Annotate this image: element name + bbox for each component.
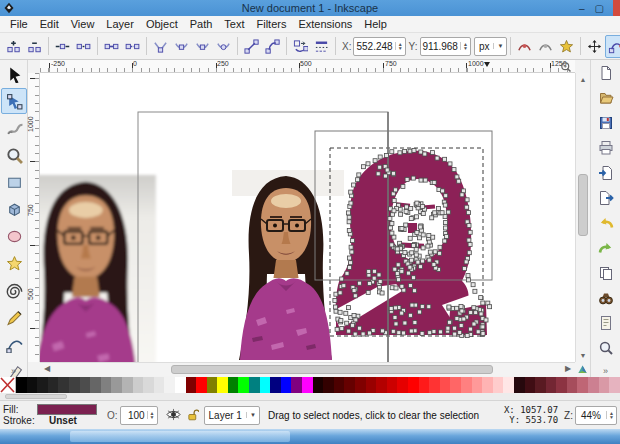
swatch-38[interactable] bbox=[408, 377, 419, 393]
duplicate-button[interactable] bbox=[593, 261, 619, 285]
horizontal-ruler[interactable]: -250025050075010001250 bbox=[40, 60, 575, 73]
stroke-value[interactable]: Unset bbox=[49, 415, 77, 426]
x-coord-input[interactable]: 552.248▲▼ bbox=[353, 37, 405, 56]
horizontal-scrollbar[interactable]: ◀ ▶ bbox=[40, 362, 575, 376]
vertical-ruler[interactable]: 1000750500 bbox=[28, 73, 40, 362]
swatch-47[interactable] bbox=[503, 377, 514, 393]
swatch-45[interactable] bbox=[482, 377, 493, 393]
box3d-tool[interactable] bbox=[1, 196, 27, 222]
swatch-14[interactable] bbox=[154, 377, 165, 393]
swatch-37[interactable] bbox=[397, 377, 408, 393]
join-with-segment-button[interactable] bbox=[101, 35, 122, 58]
insert-node-button[interactable] bbox=[3, 35, 24, 58]
maximize-button[interactable]: ▢ bbox=[595, 3, 604, 14]
swatch-13[interactable] bbox=[143, 377, 154, 393]
star-tool[interactable] bbox=[1, 250, 27, 276]
export-bitmap-button[interactable] bbox=[593, 186, 619, 210]
swatch-35[interactable] bbox=[376, 377, 387, 393]
swatch-57[interactable] bbox=[609, 377, 620, 393]
swatch-46[interactable] bbox=[493, 377, 504, 393]
delete-segment-button[interactable] bbox=[122, 35, 143, 58]
swatch-39[interactable] bbox=[419, 377, 430, 393]
scroll-up-icon[interactable]: ▲ bbox=[576, 73, 590, 86]
swatch-1[interactable] bbox=[16, 377, 27, 393]
rectangle-tool[interactable] bbox=[1, 169, 27, 195]
swatch-6[interactable] bbox=[69, 377, 80, 393]
bezier-tool[interactable] bbox=[1, 331, 27, 357]
next-path-effect-button[interactable] bbox=[556, 35, 577, 58]
swatch-8[interactable] bbox=[90, 377, 101, 393]
swatch-19[interactable] bbox=[207, 377, 218, 393]
swatch-30[interactable] bbox=[323, 377, 334, 393]
object-to-path-button[interactable] bbox=[290, 35, 311, 58]
print-document-button[interactable] bbox=[593, 136, 619, 160]
swatch-5[interactable] bbox=[58, 377, 69, 393]
swatch-18[interactable] bbox=[196, 377, 207, 393]
swatch-20[interactable] bbox=[217, 377, 228, 393]
save-document-button[interactable] bbox=[593, 111, 619, 135]
menu-edit[interactable]: Edit bbox=[34, 17, 65, 31]
swatch-31[interactable] bbox=[334, 377, 345, 393]
new-document-button[interactable] bbox=[593, 61, 619, 85]
color-management-icon[interactable] bbox=[575, 362, 589, 376]
swatch-36[interactable] bbox=[387, 377, 398, 393]
curve-segment-button[interactable] bbox=[262, 35, 283, 58]
command-bar-overflow-button[interactable]: » bbox=[591, 366, 620, 376]
join-nodes-button[interactable] bbox=[52, 35, 73, 58]
swatch-24[interactable] bbox=[260, 377, 271, 393]
fill-swatch[interactable] bbox=[37, 404, 97, 415]
swatch-21[interactable] bbox=[228, 377, 239, 393]
palette-scroll-thumb[interactable] bbox=[5, 394, 67, 399]
auto-smooth-node-button[interactable] bbox=[213, 35, 234, 58]
vertical-scrollbar[interactable]: ▲ ▼ bbox=[575, 73, 589, 362]
corner-node-button[interactable] bbox=[150, 35, 171, 58]
show-bezier-handles-button[interactable] bbox=[605, 35, 620, 58]
swatch-9[interactable] bbox=[101, 377, 112, 393]
swatch-15[interactable] bbox=[164, 377, 175, 393]
swatch-41[interactable] bbox=[440, 377, 451, 393]
menu-filters[interactable]: Filters bbox=[251, 17, 293, 31]
y-coord-input[interactable]: 911.968▲▼ bbox=[420, 37, 471, 56]
swatch-28[interactable] bbox=[302, 377, 313, 393]
opacity-input[interactable]: 100▲▼ bbox=[120, 406, 158, 425]
swatch-16[interactable] bbox=[175, 377, 186, 393]
import-bitmap-button[interactable] bbox=[593, 161, 619, 185]
swatch-25[interactable] bbox=[270, 377, 281, 393]
swatch-32[interactable] bbox=[344, 377, 355, 393]
redo-button[interactable] bbox=[593, 236, 619, 260]
menu-extensions[interactable]: Extensions bbox=[292, 17, 358, 31]
swatch-17[interactable] bbox=[186, 377, 197, 393]
menu-text[interactable]: Text bbox=[218, 17, 250, 31]
swatch-27[interactable] bbox=[291, 377, 302, 393]
ellipse-tool[interactable] bbox=[1, 223, 27, 249]
swatch-26[interactable] bbox=[281, 377, 292, 393]
swatch-40[interactable] bbox=[429, 377, 440, 393]
minimize-button[interactable]: – bbox=[579, 3, 585, 14]
swatch-33[interactable] bbox=[355, 377, 366, 393]
swatch-7[interactable] bbox=[80, 377, 91, 393]
swatch-2[interactable] bbox=[27, 377, 38, 393]
menu-object[interactable]: Object bbox=[140, 17, 184, 31]
menu-file[interactable]: File bbox=[4, 17, 34, 31]
swatch-22[interactable] bbox=[238, 377, 249, 393]
swatch-48[interactable] bbox=[514, 377, 525, 393]
swatch-53[interactable] bbox=[567, 377, 578, 393]
canvas[interactable] bbox=[40, 73, 575, 362]
swatch-none[interactable] bbox=[0, 377, 16, 393]
layer-visibility-icon[interactable] bbox=[166, 408, 181, 423]
swatch-54[interactable] bbox=[577, 377, 588, 393]
swatch-52[interactable] bbox=[556, 377, 567, 393]
close-button[interactable] bbox=[613, 0, 620, 16]
toolbox-overflow-button[interactable]: » bbox=[0, 366, 27, 376]
swatch-44[interactable] bbox=[472, 377, 483, 393]
swatch-10[interactable] bbox=[111, 377, 122, 393]
pencil-tool[interactable] bbox=[1, 304, 27, 330]
line-segment-button[interactable] bbox=[241, 35, 262, 58]
palette-scrollbar[interactable] bbox=[0, 393, 620, 400]
swatch-42[interactable] bbox=[450, 377, 461, 393]
swatch-55[interactable] bbox=[588, 377, 599, 393]
tweak-tool[interactable] bbox=[1, 115, 27, 141]
menu-path[interactable]: Path bbox=[184, 17, 219, 31]
spinner-arrows-icon[interactable]: ▲▼ bbox=[460, 42, 470, 50]
vertical-scroll-thumb[interactable] bbox=[578, 174, 588, 236]
